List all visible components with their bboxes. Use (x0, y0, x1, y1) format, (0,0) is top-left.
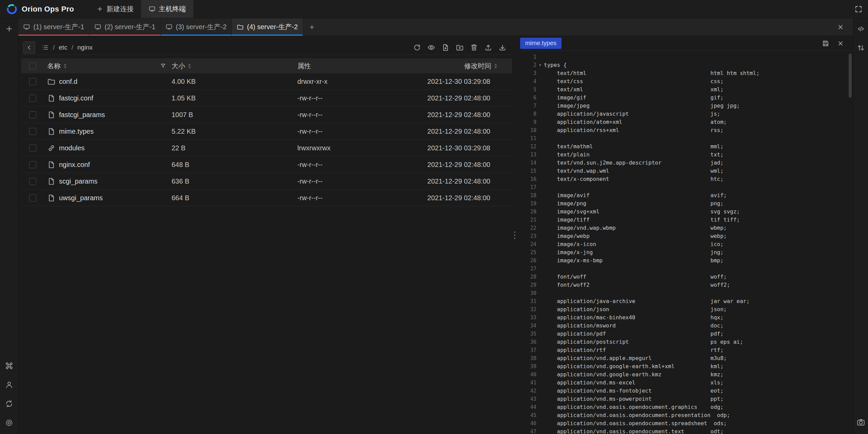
file-row[interactable]: fastcgi_params1007 B-rw-r--r--2021-12-29… (21, 107, 512, 123)
brand: Orion Ops Pro (0, 3, 80, 15)
new-file-button[interactable] (441, 43, 450, 52)
code-line: 32application/jsonjson; (517, 305, 853, 314)
row-checkbox[interactable] (29, 145, 36, 152)
session-tab[interactable]: (2) server-生产-1 (90, 18, 161, 36)
code-line: 42application/vnd.ms-fontobjecteot; (517, 387, 853, 395)
code-line: 1 (517, 53, 853, 61)
code-text: application/rtfrtf; (544, 346, 724, 354)
row-checkbox[interactable] (29, 161, 36, 168)
column-header-name[interactable]: 名称 (47, 61, 66, 71)
session-tab-list: (1) server-生产-1(2) server-生产-1(3) server… (18, 18, 303, 36)
close-editor-button[interactable] (837, 40, 844, 47)
user-button[interactable] (3, 379, 15, 391)
session-tab[interactable]: (4) server-生产-2 (232, 18, 303, 36)
line-number: 43 (517, 395, 536, 403)
line-number: 36 (517, 338, 536, 346)
delete-button[interactable] (470, 43, 478, 52)
fold-gutter (536, 240, 544, 248)
new-folder-button[interactable] (456, 43, 464, 52)
session-tab-label: (2) server-生产-1 (104, 22, 155, 32)
host-terminal-label: 主机终端 (159, 4, 186, 14)
fold-gutter (536, 314, 544, 322)
fold-gutter (536, 387, 544, 395)
file-row[interactable]: mime.types5.22 KB-rw-r--r--2021-12-29 02… (21, 123, 512, 140)
right-rail (853, 18, 868, 434)
file-row[interactable]: nginx.conf648 B-rw-r--r--2021-12-29 02:4… (21, 156, 512, 173)
row-checkbox[interactable] (29, 178, 36, 185)
column-header-size[interactable]: 大小 (172, 61, 191, 71)
fold-gutter (536, 183, 544, 191)
code-area[interactable]: 12▾types {3text/htmlhtml htm shtml;4text… (517, 51, 853, 434)
settings-button[interactable] (3, 417, 15, 429)
fold-gutter (536, 77, 544, 86)
column-header-mtime[interactable]: 修改时间 (464, 61, 497, 71)
code-button[interactable] (855, 23, 867, 35)
fold-gutter (536, 86, 544, 94)
preview-button[interactable] (427, 43, 435, 52)
row-checkbox[interactable] (29, 111, 36, 118)
shell: (1) server-生产-1(2) server-生产-1(3) server… (0, 18, 868, 434)
top-menu: 新建连接 主机终端 (89, 0, 193, 18)
file-mode: -rw-r--r-- (297, 94, 409, 102)
app-title: Orion Ops Pro (22, 5, 74, 14)
row-checkbox[interactable] (29, 78, 36, 85)
line-number: 47 (517, 428, 536, 434)
fold-gutter (536, 143, 544, 151)
session-tabbar: (1) server-生产-1(2) server-生产-1(3) server… (18, 18, 853, 36)
refresh-button[interactable] (413, 43, 421, 52)
code-line: 26image/x-ms-bmpbmp; (517, 257, 853, 265)
command-button[interactable] (3, 360, 15, 372)
breadcrumb-segment-nginx[interactable]: nginx (77, 44, 93, 51)
host-terminal-menu-item[interactable]: 主机终端 (141, 0, 193, 18)
camera-button[interactable] (855, 416, 867, 428)
filter-funnel-icon[interactable] (160, 63, 166, 69)
file-name: fastcgi.conf (59, 94, 93, 102)
editor-tab-mime-types[interactable]: mime.types (520, 38, 561, 49)
file-mtime: 2021-12-30 03:29:08 (409, 78, 512, 86)
session-tab[interactable]: (3) server-生产-2 (161, 18, 232, 36)
fold-gutter (536, 126, 544, 134)
editor-scrollbar-thumb[interactable] (849, 54, 852, 98)
file-row[interactable]: fastcgi.conf1.05 KB-rw-r--r--2021-12-29 … (21, 90, 512, 107)
row-checkbox[interactable] (29, 128, 36, 135)
save-button[interactable] (822, 40, 829, 47)
editor-tabbar: mime.types (517, 36, 853, 51)
code-line: 20image/svg+xmlsvg svgz; (517, 208, 853, 216)
new-connection-button[interactable]: 新建连接 (89, 0, 141, 18)
file-row[interactable]: scgi_params636 B-rw-r--r--2021-12-29 02:… (21, 173, 512, 190)
file-name: scgi_params (59, 177, 97, 185)
rail-add-button[interactable] (3, 23, 15, 35)
row-checkbox[interactable] (29, 95, 36, 102)
download-button[interactable] (498, 43, 507, 52)
back-button[interactable] (23, 41, 35, 54)
right-rail-top (855, 23, 867, 54)
path-list-icon[interactable] (41, 44, 49, 51)
close-all-icon[interactable] (837, 23, 844, 31)
file-row[interactable]: uwsgi_params664 B-rw-r--r--2021-12-29 02… (21, 190, 512, 206)
fold-chevron-icon[interactable]: ▾ (536, 61, 544, 69)
code-line: 23image/webpwebp; (517, 232, 853, 240)
swap-vertical-button[interactable] (855, 42, 867, 54)
breadcrumb-segment-etc[interactable]: etc (59, 44, 67, 51)
panel-splitter[interactable] (512, 36, 517, 434)
file-mtime: 2021-12-29 02:48:00 (409, 94, 512, 102)
fold-gutter (536, 134, 544, 143)
row-checkbox[interactable] (29, 194, 36, 202)
code-line: 9application/atom+xmlatom; (517, 118, 853, 126)
select-all-checkbox[interactable] (29, 62, 36, 70)
file-row[interactable]: modules22 Blrwxrwxrwx2021-12-30 03:29:08 (21, 140, 512, 156)
upload-button[interactable] (484, 43, 492, 52)
code-line: 39application/vnd.google-earth.kml+xmlkm… (517, 362, 853, 371)
file-mode: drwxr-xr-x (297, 78, 409, 86)
line-number: 46 (517, 419, 536, 428)
code-text: image/x-jngjng; (544, 248, 724, 257)
sync-button[interactable] (3, 398, 15, 410)
refresh-icon (413, 43, 421, 52)
fold-gutter (536, 297, 544, 305)
file-row[interactable]: conf.d4.00 KBdrwxr-xr-x2021-12-30 03:29:… (21, 73, 512, 90)
fullscreen-button[interactable] (849, 5, 868, 13)
code-text: application/javascriptjs; (544, 110, 720, 118)
session-tab[interactable]: (1) server-生产-1 (18, 18, 90, 36)
add-session-tab-button[interactable] (303, 18, 321, 36)
sync-icon (5, 399, 14, 408)
